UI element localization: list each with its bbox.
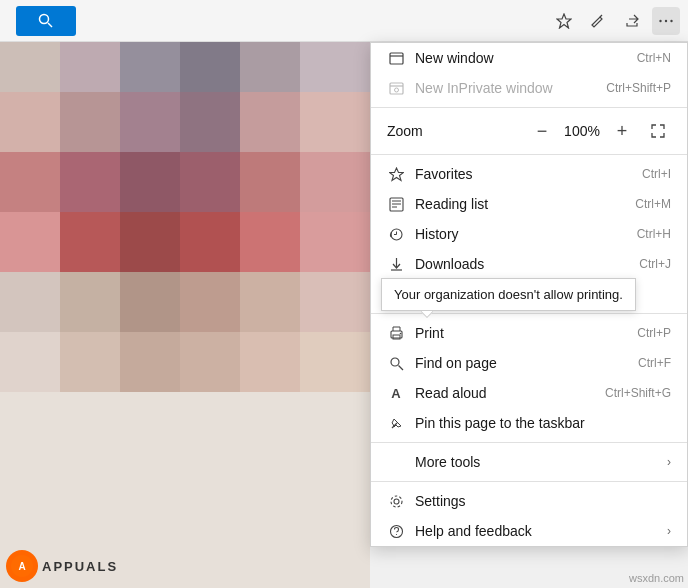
zoom-in-button[interactable]: + [609,118,635,144]
menu-shortcut-history: Ctrl+H [637,227,671,241]
help-arrow: › [667,524,671,538]
star-icon [556,13,572,29]
appuals-logo: A APPUALS [6,550,118,582]
appuals-mascot-icon: A [11,555,33,577]
new-window-icon [389,51,404,66]
question-icon [389,524,404,539]
svg-point-5 [665,19,667,21]
svg-point-4 [659,19,661,21]
menu-label-reading-list: Reading list [415,196,635,212]
menu-shortcut-print: Ctrl+P [637,326,671,340]
reading-icon [389,197,404,212]
svg-text:A: A [18,561,25,572]
svg-point-26 [399,332,401,334]
separator-5 [371,481,687,482]
menu-label-find: Find on page [415,355,638,371]
read-aloud-icon: A [387,386,405,401]
pin-taskbar-icon [389,416,404,431]
print-tooltip: Your organization doesn't allow printing… [381,278,636,311]
favorites-star-icon [389,167,404,182]
separator-3 [371,313,687,314]
watermark: wsxdn.com [629,572,684,584]
inprivate-window-icon [389,81,404,96]
zoom-fullscreen-button[interactable] [645,118,671,144]
menu-label-history: History [415,226,637,242]
pen-toolbar-icon[interactable] [584,7,612,35]
menu-shortcut-inprivate: Ctrl+Shift+P [606,81,671,95]
menu-label-new-window: New window [415,50,637,66]
ellipsis-icon [658,13,674,29]
menu-label-pin-taskbar: Pin this page to the taskbar [415,415,671,431]
favorites-icon [387,167,405,182]
share-icon [624,13,640,29]
menu-shortcut-favorites: Ctrl+I [642,167,671,181]
window-icon [387,51,405,66]
menu-shortcut-reading-list: Ctrl+M [635,197,671,211]
menu-item-print[interactable]: Print Ctrl+P [371,318,687,348]
zoom-minus-icon: − [537,121,548,142]
svg-line-1 [48,23,52,27]
download-arrow-icon [389,257,404,272]
menu-label-more-tools: More tools [415,454,663,470]
favorites-toolbar-icon[interactable] [550,7,578,35]
menu-label-downloads: Downloads [415,256,639,272]
menu-item-read-aloud[interactable]: A Read aloud Ctrl+Shift+G [371,378,687,408]
help-icon [387,524,405,539]
share-toolbar-icon[interactable] [618,7,646,35]
menu-item-help[interactable]: Help and feedback › [371,516,687,546]
print-icon [387,326,405,341]
expand-icon [651,124,665,138]
tooltip-text: Your organization doesn't allow printing… [394,287,623,302]
svg-marker-2 [557,14,571,28]
svg-rect-7 [390,53,403,64]
menu-item-new-window[interactable]: New window Ctrl+N [371,43,687,73]
separator-1 [371,107,687,108]
menu-label-favorites: Favorites [415,166,642,182]
search-button[interactable] [16,6,76,36]
menu-item-reading-list[interactable]: Reading list Ctrl+M [371,189,687,219]
history-icon [387,227,405,242]
zoom-row: Zoom − 100% + [371,112,687,150]
appuals-text: APPUALS [42,559,118,574]
tooltip-arrow [421,311,433,318]
dropdown-menu: New window Ctrl+N New InPrivate window C… [370,42,688,547]
menu-shortcut-downloads: Ctrl+J [639,257,671,271]
history-clock-icon [389,227,404,242]
menu-shortcut-read-aloud: Ctrl+Shift+G [605,386,671,400]
svg-line-3 [600,15,602,17]
pin-icon [387,416,405,431]
svg-point-0 [40,14,49,23]
separator-4 [371,442,687,443]
svg-point-6 [670,19,672,21]
svg-marker-12 [389,168,403,181]
separator-2 [371,154,687,155]
gear-icon [389,494,404,509]
print-row-wrapper: Your organization doesn't allow printing… [371,318,687,348]
inprivate-icon [387,81,405,96]
svg-point-31 [391,496,402,507]
page-image [0,42,370,588]
menu-item-find[interactable]: Find on page Ctrl+F [371,348,687,378]
zoom-value: 100% [563,123,601,139]
menu-item-favorites[interactable]: Favorites Ctrl+I [371,159,687,189]
menu-label-print: Print [415,325,637,341]
search-icon [38,13,54,29]
svg-point-11 [394,88,398,92]
zoom-out-button[interactable]: − [529,118,555,144]
menu-item-history[interactable]: History Ctrl+H [371,219,687,249]
menu-label-read-aloud: Read aloud [415,385,605,401]
browser-content-area [0,0,370,588]
zoom-plus-icon: + [617,121,628,142]
menu-item-inprivate: New InPrivate window Ctrl+Shift+P [371,73,687,103]
svg-line-28 [398,365,403,370]
downloads-icon [387,257,405,272]
menu-item-more-tools[interactable]: More tools › [371,447,687,477]
menu-item-settings[interactable]: Settings [371,486,687,516]
svg-point-30 [394,499,399,504]
menu-shortcut-find: Ctrl+F [638,356,671,370]
find-search-icon [389,356,404,371]
menu-item-downloads[interactable]: Downloads Ctrl+J [371,249,687,279]
menu-item-pin-taskbar[interactable]: Pin this page to the taskbar [371,408,687,438]
svg-point-33 [395,533,396,534]
more-menu-button[interactable] [652,7,680,35]
